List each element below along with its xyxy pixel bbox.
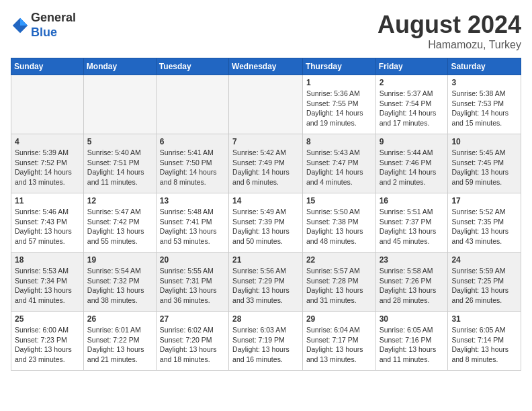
calendar-cell: 14Sunrise: 5:49 AMSunset: 7:39 PMDayligh… <box>229 193 303 253</box>
day-info: Sunrise: 5:57 AMSunset: 7:28 PMDaylight:… <box>306 266 372 306</box>
day-info: Sunrise: 5:37 AMSunset: 7:54 PMDaylight:… <box>380 89 445 128</box>
day-number: 30 <box>380 314 445 324</box>
calendar-cell: 22Sunrise: 5:57 AMSunset: 7:28 PMDayligh… <box>302 253 375 312</box>
weekday-header-saturday: Saturday <box>448 58 521 75</box>
calendar-cell: 7Sunrise: 5:42 AMSunset: 7:49 PMDaylight… <box>229 134 303 193</box>
day-info: Sunrise: 5:45 AMSunset: 7:45 PMDaylight:… <box>451 148 517 187</box>
day-info: Sunrise: 5:58 AMSunset: 7:26 PMDaylight:… <box>380 266 445 306</box>
calendar-cell: 24Sunrise: 5:59 AMSunset: 7:25 PMDayligh… <box>448 253 521 312</box>
calendar-cell: 18Sunrise: 5:53 AMSunset: 7:34 PMDayligh… <box>11 253 84 312</box>
calendar-cell: 8Sunrise: 5:43 AMSunset: 7:47 PMDaylight… <box>302 134 375 193</box>
day-info: Sunrise: 5:53 AMSunset: 7:34 PMDaylight:… <box>15 266 80 306</box>
calendar-cell: 16Sunrise: 5:51 AMSunset: 7:37 PMDayligh… <box>375 193 448 253</box>
calendar-cell <box>83 75 156 134</box>
calendar-cell: 17Sunrise: 5:52 AMSunset: 7:35 PMDayligh… <box>448 193 521 253</box>
calendar-cell <box>11 75 84 134</box>
calendar-cell: 13Sunrise: 5:48 AMSunset: 7:41 PMDayligh… <box>156 193 228 253</box>
day-info: Sunrise: 5:39 AMSunset: 7:52 PMDaylight:… <box>15 148 80 187</box>
title-block: August 2024 Hamamozu, Turkey <box>378 11 521 51</box>
calendar-week-row: 4Sunrise: 5:39 AMSunset: 7:52 PMDaylight… <box>11 134 521 193</box>
day-info: Sunrise: 5:55 AMSunset: 7:31 PMDaylight:… <box>160 266 225 306</box>
svg-marker-1 <box>20 17 28 25</box>
day-number: 20 <box>160 255 225 265</box>
day-info: Sunrise: 6:00 AMSunset: 7:23 PMDaylight:… <box>15 325 80 365</box>
day-info: Sunrise: 5:46 AMSunset: 7:43 PMDaylight:… <box>15 207 80 246</box>
calendar-cell: 25Sunrise: 6:00 AMSunset: 7:23 PMDayligh… <box>11 312 84 371</box>
calendar-cell: 30Sunrise: 6:05 AMSunset: 7:16 PMDayligh… <box>375 312 448 371</box>
calendar-cell <box>156 75 228 134</box>
calendar-week-row: 11Sunrise: 5:46 AMSunset: 7:43 PMDayligh… <box>11 193 521 253</box>
day-number: 9 <box>380 137 445 146</box>
day-info: Sunrise: 6:04 AMSunset: 7:17 PMDaylight:… <box>306 325 372 365</box>
day-info: Sunrise: 5:40 AMSunset: 7:51 PMDaylight:… <box>87 148 152 187</box>
day-info: Sunrise: 5:38 AMSunset: 7:53 PMDaylight:… <box>451 89 517 128</box>
calendar-cell: 9Sunrise: 5:44 AMSunset: 7:46 PMDaylight… <box>375 134 448 193</box>
day-info: Sunrise: 5:54 AMSunset: 7:32 PMDaylight:… <box>87 266 152 306</box>
calendar-cell: 3Sunrise: 5:38 AMSunset: 7:53 PMDaylight… <box>448 75 521 134</box>
day-info: Sunrise: 5:52 AMSunset: 7:35 PMDaylight:… <box>451 207 517 246</box>
logo-text: General Blue <box>31 11 76 40</box>
day-number: 18 <box>15 255 80 265</box>
day-info: Sunrise: 5:49 AMSunset: 7:39 PMDaylight:… <box>232 207 299 246</box>
weekday-header-friday: Friday <box>375 58 448 75</box>
day-number: 14 <box>232 196 299 205</box>
day-number: 21 <box>232 255 299 265</box>
day-info: Sunrise: 5:41 AMSunset: 7:50 PMDaylight:… <box>160 148 225 187</box>
day-info: Sunrise: 5:50 AMSunset: 7:38 PMDaylight:… <box>306 207 372 246</box>
day-number: 17 <box>451 196 517 205</box>
day-number: 31 <box>451 314 517 324</box>
day-number: 2 <box>380 78 445 87</box>
day-number: 28 <box>232 314 299 324</box>
day-info: Sunrise: 5:47 AMSunset: 7:42 PMDaylight:… <box>87 207 152 246</box>
calendar-cell <box>229 75 303 134</box>
day-number: 11 <box>15 196 80 205</box>
weekday-header-sunday: Sunday <box>11 58 84 75</box>
weekday-header-wednesday: Wednesday <box>229 58 303 75</box>
day-number: 19 <box>87 255 152 265</box>
calendar-week-row: 18Sunrise: 5:53 AMSunset: 7:34 PMDayligh… <box>11 253 521 312</box>
calendar-cell: 2Sunrise: 5:37 AMSunset: 7:54 PMDaylight… <box>375 75 448 134</box>
calendar-cell: 4Sunrise: 5:39 AMSunset: 7:52 PMDaylight… <box>11 134 84 193</box>
page-header: General Blue August 2024 Hamamozu, Turke… <box>11 11 521 51</box>
calendar-cell: 23Sunrise: 5:58 AMSunset: 7:26 PMDayligh… <box>375 253 448 312</box>
calendar-cell: 12Sunrise: 5:47 AMSunset: 7:42 PMDayligh… <box>83 193 156 253</box>
logo-icon <box>11 16 30 35</box>
calendar-week-row: 1Sunrise: 5:36 AMSunset: 7:55 PMDaylight… <box>11 75 521 134</box>
calendar-cell: 15Sunrise: 5:50 AMSunset: 7:38 PMDayligh… <box>302 193 375 253</box>
day-info: Sunrise: 5:59 AMSunset: 7:25 PMDaylight:… <box>451 266 517 306</box>
day-number: 12 <box>87 196 152 205</box>
day-info: Sunrise: 5:44 AMSunset: 7:46 PMDaylight:… <box>380 148 445 187</box>
calendar-week-row: 25Sunrise: 6:00 AMSunset: 7:23 PMDayligh… <box>11 312 521 371</box>
day-number: 3 <box>451 78 517 87</box>
day-number: 16 <box>380 196 445 205</box>
weekday-header-monday: Monday <box>83 58 156 75</box>
location: Hamamozu, Turkey <box>378 39 521 51</box>
day-info: Sunrise: 6:05 AMSunset: 7:14 PMDaylight:… <box>451 325 517 365</box>
day-number: 29 <box>306 314 372 324</box>
day-number: 6 <box>160 137 225 146</box>
calendar-table: SundayMondayTuesdayWednesdayThursdayFrid… <box>11 58 521 371</box>
day-info: Sunrise: 5:56 AMSunset: 7:29 PMDaylight:… <box>232 266 299 306</box>
weekday-header-row: SundayMondayTuesdayWednesdayThursdayFrid… <box>11 58 521 75</box>
calendar-cell: 19Sunrise: 5:54 AMSunset: 7:32 PMDayligh… <box>83 253 156 312</box>
day-info: Sunrise: 5:43 AMSunset: 7:47 PMDaylight:… <box>306 148 372 187</box>
day-number: 15 <box>306 196 372 205</box>
calendar-cell: 28Sunrise: 6:03 AMSunset: 7:19 PMDayligh… <box>229 312 303 371</box>
day-info: Sunrise: 6:05 AMSunset: 7:16 PMDaylight:… <box>380 325 445 365</box>
calendar-cell: 10Sunrise: 5:45 AMSunset: 7:45 PMDayligh… <box>448 134 521 193</box>
day-number: 23 <box>380 255 445 265</box>
day-number: 5 <box>87 137 152 146</box>
calendar-cell: 1Sunrise: 5:36 AMSunset: 7:55 PMDaylight… <box>302 75 375 134</box>
day-number: 22 <box>306 255 372 265</box>
weekday-header-tuesday: Tuesday <box>156 58 228 75</box>
day-number: 1 <box>306 78 372 87</box>
weekday-header-thursday: Thursday <box>302 58 375 75</box>
calendar-cell: 20Sunrise: 5:55 AMSunset: 7:31 PMDayligh… <box>156 253 228 312</box>
day-info: Sunrise: 6:02 AMSunset: 7:20 PMDaylight:… <box>160 325 225 365</box>
day-info: Sunrise: 5:51 AMSunset: 7:37 PMDaylight:… <box>380 207 445 246</box>
day-info: Sunrise: 6:01 AMSunset: 7:22 PMDaylight:… <box>87 325 152 365</box>
calendar-cell: 29Sunrise: 6:04 AMSunset: 7:17 PMDayligh… <box>302 312 375 371</box>
day-number: 26 <box>87 314 152 324</box>
day-info: Sunrise: 5:42 AMSunset: 7:49 PMDaylight:… <box>232 148 299 187</box>
calendar-cell: 31Sunrise: 6:05 AMSunset: 7:14 PMDayligh… <box>448 312 521 371</box>
